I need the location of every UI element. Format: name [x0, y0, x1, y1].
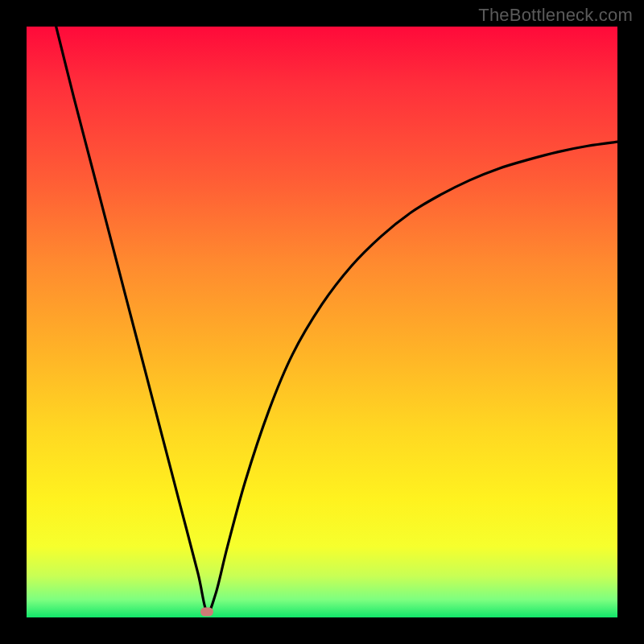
watermark-text: TheBottleneck.com: [478, 5, 633, 26]
plot-area: [27, 27, 617, 617]
bottleneck-curve: [56, 27, 617, 612]
curve-svg: [27, 27, 617, 617]
min-marker: [200, 607, 213, 616]
chart-frame: TheBottleneck.com: [0, 0, 644, 644]
